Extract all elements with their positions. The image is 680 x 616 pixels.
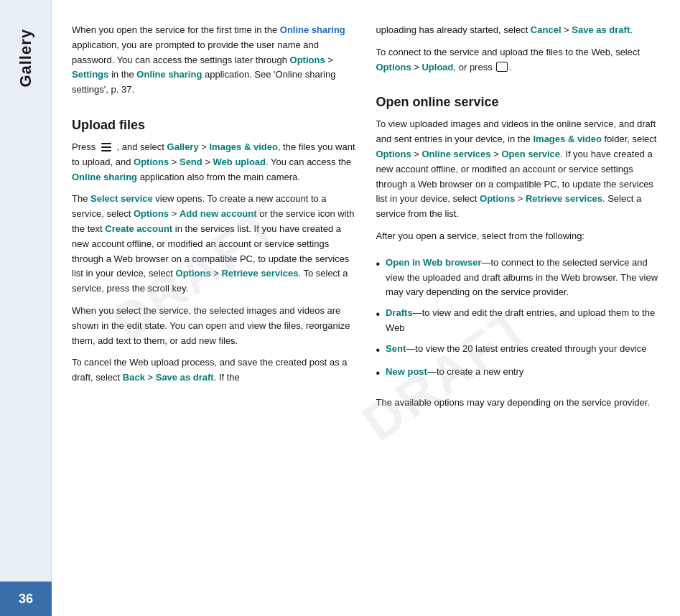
intro-text4: in the [108,69,136,80]
upload-paragraph-3: When you select the service, the selecte… [72,304,356,348]
intro-paragraph: When you open the service for the first … [72,23,356,98]
list-item: New post—to create a new entry [376,365,661,383]
bullet-dash-3: —to create a new entry [427,366,523,377]
up1-text7: . You can access the [266,157,351,167]
add-new-account-link[interactable]: Add new account [180,208,257,219]
svg-rect-1 [101,146,111,148]
select-service-link[interactable]: Select service [90,193,153,204]
bullet-link-0[interactable]: Open in Web browser [386,257,481,268]
continue-paragraph-1: uploading has already started, select Ca… [376,23,661,38]
left-column: When you open the service for the first … [72,23,356,596]
gt1: > [325,55,333,65]
up2-text6: > [211,268,222,279]
sidebar: Gallery 36 [0,0,52,616]
up1-text2: , and select [116,141,167,152]
page-number: 36 [19,592,33,607]
op1-text2: folder, select [602,134,657,144]
list-item: Sent—to view the 20 latest entries creat… [376,342,661,360]
options-link6[interactable]: Options [376,149,411,159]
up4-text3: . If the [214,372,240,383]
cancel-link[interactable]: Cancel [531,24,562,35]
cp2-text3: , or press [454,62,495,73]
op1-text6: > [515,193,526,204]
page-container: Gallery 36 When you open the service for… [0,0,680,616]
list-item: Drafts—to view and edit the draft entrie… [376,306,661,336]
upload-link[interactable]: Upload [421,62,453,73]
op1-text4: > [491,149,502,159]
retrieve-services-link2[interactable]: Retrieve services [526,193,602,204]
upload-paragraph-4: To cancel the Web upload process, and sa… [72,355,356,386]
options-link4[interactable]: Options [176,268,211,279]
bullet-dash-2: —to view the 20 latest entries created t… [406,343,646,354]
options-link5[interactable]: Options [376,62,411,73]
svg-rect-2 [101,150,111,151]
options-link2[interactable]: Options [134,157,169,167]
sidebar-label: Gallery [17,29,35,88]
online-sharing-link3[interactable]: Online sharing [72,172,137,182]
cp2-text2: > [411,62,422,73]
open-online-service-heading: Open online service [376,95,661,110]
intro-text2: application, you are prompted to provide… [72,39,319,65]
page-number-box: 36 [0,582,52,616]
up2-text1: The [72,193,90,204]
list-item-text-0: Open in Web browser—to connect to the se… [386,256,660,300]
closing-paragraph: The available options may vary depending… [376,396,661,411]
create-account-link[interactable]: Create account [105,223,172,234]
list-item-text-2: Sent—to view the 20 latest entries creat… [386,342,660,357]
settings-link[interactable]: Settings [72,69,108,80]
svg-rect-0 [101,143,111,144]
up4-text2: > [145,372,156,383]
images-video-link2[interactable]: Images & video [533,134,601,144]
bullet-link-1[interactable]: Drafts [386,307,413,318]
save-as-draft-link1[interactable]: Save as draft [156,372,214,383]
up1-text5: > [169,157,180,167]
up1-text6: > [202,157,213,167]
send-link[interactable]: Send [180,157,202,167]
online-sharing-link2[interactable]: Online sharing [136,69,202,80]
upload-paragraph-2: The Select service view opens. To create… [72,192,356,297]
bullet-link-2[interactable]: Sent [386,343,406,354]
options-link7[interactable]: Options [480,193,515,204]
up1-text1: Press [72,141,98,152]
cp2-text1: To connect to the service and upload the… [376,47,641,57]
menu-icon [100,141,113,154]
op1-text3: > [411,149,422,159]
up1-text8: application also from the main camera. [137,172,300,182]
list-item-text-1: Drafts—to view and edit the draft entrie… [386,306,660,336]
images-video-link1[interactable]: Images & video [210,141,278,152]
bullet-list: Open in Web browser—to connect to the se… [376,256,661,388]
options-link3[interactable]: Options [134,208,169,219]
up1-text3: > [199,141,210,152]
open-service-link[interactable]: Open service [501,149,560,159]
up2-text3: > [169,208,180,219]
save-as-draft-link2[interactable]: Save as draft [572,24,630,35]
open-paragraph-1: To view uploaded images and videos in th… [376,117,661,222]
cp1-text2: > [562,24,572,35]
cp1-text3: . [630,24,633,35]
upload-files-heading: Upload files [72,118,356,133]
online-sharing-link1[interactable]: Online sharing [280,24,345,35]
retrieve-services-link1[interactable]: Retrieve services [221,268,298,279]
upload-button-icon [496,62,508,72]
intro-text1: When you open the service for the first … [72,24,280,35]
open-paragraph-2: After you open a service, select from th… [376,229,661,244]
online-services-link[interactable]: Online services [421,149,490,159]
options-link1[interactable]: Options [290,55,325,65]
upload-paragraph-1: Press , and select Gallery > Images & vi… [72,140,356,185]
main-content: When you open the service for the first … [52,0,680,616]
list-item-text-3: New post—to create a new entry [386,365,660,380]
continue-paragraph-2: To connect to the service and upload the… [376,45,661,75]
web-upload-link[interactable]: Web upload [213,157,266,167]
bullet-dash-1: —to view and edit the draft entries, and… [386,307,655,333]
back-link[interactable]: Back [123,372,145,383]
list-item: Open in Web browser—to connect to the se… [376,256,661,300]
gallery-link[interactable]: Gallery [167,141,199,152]
bullet-link-3[interactable]: New post [386,366,427,377]
cp1-text1: uploading has already started, select [376,24,531,35]
right-column: uploading has already started, select Ca… [376,23,661,596]
